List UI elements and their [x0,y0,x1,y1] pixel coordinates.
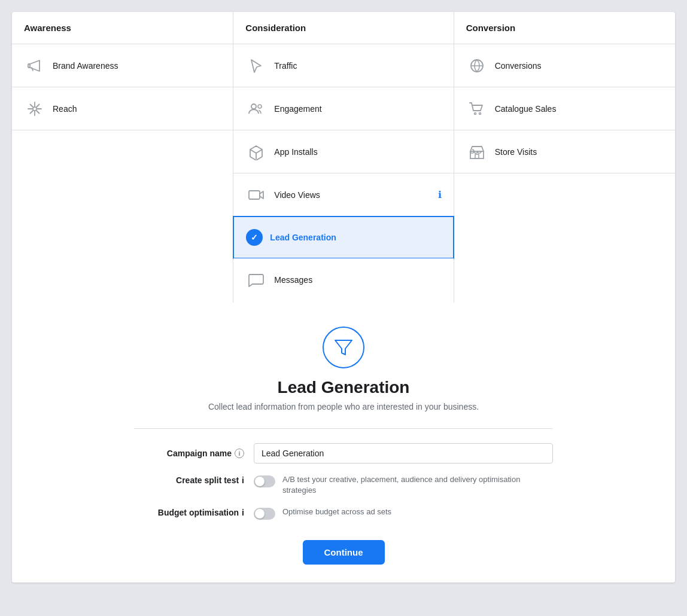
split-test-toggle[interactable] [254,475,275,487]
video-icon [245,184,267,206]
conversion-header: Conversion [454,12,675,44]
reach-item[interactable]: Reach [12,87,233,130]
awareness-header: Awareness [12,12,233,44]
svg-point-6 [258,105,262,108]
video-views-item[interactable]: Video Views ℹ [233,173,453,216]
form-divider [134,428,553,429]
split-test-desc: A/B test your creative, placement, audie… [282,474,553,496]
reach-label: Reach [53,104,77,114]
messages-label: Messages [274,275,312,285]
awareness-column: Brand Awareness Reach [12,44,233,303]
campaign-name-info-icon[interactable]: i [235,449,244,458]
svg-point-10 [479,112,481,114]
svg-point-4 [33,107,37,111]
conversions-label: Conversions [495,61,542,71]
budget-optimisation-row: Budget optimisation i Optimise budget ac… [134,507,553,520]
budget-optimisation-label: Budget optimisation i [134,507,254,517]
traffic-label: Traffic [274,61,297,71]
cart-icon [466,98,488,120]
campaign-name-label: Campaign name i [134,449,254,458]
megaphone-icon [24,55,45,77]
catalogue-sales-label: Catalogue Sales [495,104,557,114]
app-installs-item[interactable]: App Installs [233,130,453,173]
budget-right: Optimise budget across ad sets [254,507,553,520]
consideration-header: Consideration [233,12,454,44]
box-icon [245,141,267,163]
engagement-label: Engagement [274,104,321,114]
section-title: Lead Generation [278,378,410,397]
campaign-name-row: Campaign name i [134,443,553,463]
svg-point-9 [474,112,476,114]
people-icon [245,98,267,120]
svg-rect-7 [249,191,260,199]
conversion-column: Conversions Catalogue Sales [454,44,675,303]
bottom-section: Lead Generation Collect lead information… [12,303,675,583]
snowflake-icon [24,98,45,120]
brand-awareness-item[interactable]: Brand Awareness [12,44,233,87]
svg-point-5 [251,104,256,109]
continue-button[interactable]: Continue [303,540,385,565]
messages-item[interactable]: Messages [233,258,453,301]
funnel-large-icon [333,337,354,358]
catalogue-sales-item[interactable]: Catalogue Sales [454,87,675,130]
budget-toggle[interactable] [254,508,275,520]
engagement-item[interactable]: Engagement [233,87,453,130]
store-icon [466,141,488,163]
store-visits-item[interactable]: Store Visits [454,130,675,173]
video-views-info-icon[interactable]: ℹ [438,189,442,200]
column-headers: Awareness Consideration Conversion [12,12,675,44]
budget-desc: Optimise budget across ad sets [282,507,391,517]
campaign-form: Campaign name i Create split test i A/B … [134,428,553,565]
funnel-icon-wrapper [323,327,364,368]
store-visits-label: Store Visits [495,147,537,157]
split-test-info-icon[interactable]: i [242,475,244,485]
lead-generation-label: Lead Generation [270,233,336,242]
traffic-item[interactable]: Traffic [233,44,453,87]
app-installs-label: App Installs [274,147,317,157]
lead-generation-item[interactable]: Lead Generation [233,216,454,259]
section-description: Collect lead information from people who… [208,402,479,411]
conversions-item[interactable]: Conversions [454,44,675,87]
objective-grid: Brand Awareness Reach [12,44,675,303]
selected-check-icon [246,229,263,246]
consideration-column: Traffic Engagement [233,44,454,303]
chat-icon [245,269,267,291]
split-test-label: Create split test i [134,474,254,485]
brand-awareness-label: Brand Awareness [53,61,118,71]
main-container: Awareness Consideration Conversion Brand… [12,12,675,583]
budget-info-icon[interactable]: i [242,508,244,517]
split-test-row: Create split test i A/B test your creati… [134,474,553,496]
video-views-label: Video Views [274,190,320,200]
globe-icon [466,55,488,77]
cursor-icon [245,55,267,77]
split-test-right: A/B test your creative, placement, audie… [254,474,553,496]
campaign-name-input[interactable] [254,443,553,463]
